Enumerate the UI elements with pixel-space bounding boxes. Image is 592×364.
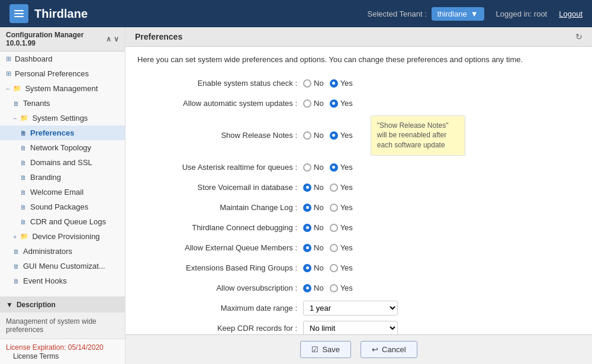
radio-btn-yes-9[interactable] [330,284,338,292]
sidebar-item-welcome-email[interactable]: 🗎 Welcome Email [0,185,125,199]
radio-btn-yes-7[interactable] [330,244,338,252]
refresh-icon[interactable]: ↻ [575,32,583,41]
radio-btn-yes-2[interactable] [330,131,338,140]
radio-btn-yes-8[interactable] [330,264,338,272]
minus-icon: − [13,115,17,122]
sidebar-item-personal-prefs[interactable]: ⊞ Personal Preferences [0,66,125,81]
sidebar-item-dashboard[interactable]: ⊞ Dashboard [0,51,125,66]
sidebar-description-label: Description [17,301,56,309]
radio-yes-6[interactable]: Yes [330,223,353,232]
sidebar-collapse-icons[interactable]: ∧ ∨ [106,35,119,43]
sidebar-item-system-mgmt[interactable]: − 📁 System Management [0,81,125,96]
radio-btn-yes-3[interactable] [330,163,338,172]
sidebar-item-device-provisioning[interactable]: + 📁 Device Provisioning [0,229,125,244]
sidebar-item-domains-ssl[interactable]: 🗎 Domains and SSL [0,155,125,170]
form-row-6: Thirdlane Connect debugging :NoYes [137,220,580,236]
sidebar-description-toggle[interactable]: ▼ Description [0,297,125,313]
radio-btn-yes-4[interactable] [330,183,338,192]
radio-no-8[interactable]: No [303,263,324,272]
select-0[interactable]: 1 year6 months3 months1 month [303,301,398,315]
sidebar-item-label: System Settings [32,114,88,123]
sidebar-item-label: Event Hooks [23,276,67,285]
radio-yes-2[interactable]: Yes [330,131,353,140]
cancel-button[interactable]: ↩ Cancel [361,341,417,358]
radio-no-2[interactable]: No [303,131,324,140]
radio-yes-1[interactable]: Yes [330,99,353,108]
sidebar-item-administrators[interactable]: 🗎 Administrators [0,244,125,259]
radio-btn-no-6[interactable] [303,224,311,232]
form-row-8: Extensions Based Ring Groups :NoYes [137,260,580,276]
collapse-down-icon[interactable]: ∨ [114,35,119,43]
radio-yes-0[interactable]: Yes [330,79,353,88]
grid-icon: ⊞ [6,70,11,78]
radio-no-5[interactable]: No [303,203,324,212]
logged-in-label: Logged in: root [496,9,548,18]
radio-yes-3[interactable]: Yes [330,163,353,172]
radio-yes-9[interactable]: Yes [330,284,353,292]
sidebar-item-sound-packages[interactable]: 🗎 Sound Packages [0,199,125,214]
save-button[interactable]: ☑ Save [300,341,351,358]
license-terms-link[interactable]: License Terms [13,352,59,360]
svg-rect-0 [14,10,24,11]
content-area: Preferences ↻ Here you can set system wi… [126,27,592,364]
form-row-label-6: Thirdlane Connect debugging : [137,223,303,232]
radio-yes-5[interactable]: Yes [330,203,353,212]
sidebar-license-section: License Expiration: 05/14/2020 License T… [0,339,125,364]
form-row-label-7: Allow External Queue Members : [137,243,303,252]
sidebar-item-label: Dashboard [15,54,53,63]
radio-yes-7[interactable]: Yes [330,243,353,252]
sidebar-item-cdr-queue-logs[interactable]: 🗎 CDR and Queue Logs [0,214,125,229]
license-expiration-link[interactable]: License Expiration: 05/14/2020 [6,343,104,352]
radio-btn-yes-1[interactable] [330,99,338,108]
form-row-2: Show Release Notes :NoYes"Show Release N… [137,115,580,156]
form-row-0: Enable system status check :NoYes [137,75,580,92]
radio-btn-no-7[interactable] [303,244,311,252]
sidebar-item-gui-menu[interactable]: 🗎 GUI Menu Customizat... [0,259,125,273]
radio-btn-yes-0[interactable] [330,79,338,88]
radio-btn-yes-6[interactable] [330,224,338,232]
content-header: Preferences ↻ [126,27,592,47]
radio-no-6[interactable]: No [303,223,324,232]
radio-btn-no-5[interactable] [303,204,311,212]
doc-icon: 🗎 [13,248,20,255]
sidebar-item-branding[interactable]: 🗎 Branding [0,170,125,185]
header-tenant-section: Selected Tenant : thirdlane ▼ Logged in:… [368,7,583,21]
sidebar-item-tenants[interactable]: 🗎 Tenants [0,96,125,111]
radio-btn-no-3[interactable] [303,163,311,172]
tooltip-box: "Show Release Notes" will be reenabled a… [371,115,465,156]
sidebar-item-network-topology[interactable]: 🗎 Network Topology [0,140,125,155]
radio-no-0[interactable]: No [303,79,324,88]
collapse-up-icon[interactable]: ∧ [106,35,111,43]
content-body: Here you can set system wide preferences… [126,47,592,334]
sidebar-header: Configuration Manager 10.0.1.99 ∧ ∨ [0,27,125,51]
radio-btn-yes-5[interactable] [330,204,338,212]
radio-btn-no-4[interactable] [303,183,311,192]
form-row-control-8: NoYes [303,263,353,272]
sidebar-item-label: Device Provisioning [32,232,99,241]
radio-no-9[interactable]: No [303,284,324,292]
radio-btn-no-2[interactable] [303,131,311,140]
radio-no-3[interactable]: No [303,163,324,172]
sidebar-item-system-settings[interactable]: − 📁 System Settings [0,111,125,125]
select-1[interactable]: No limit1 year6 months3 months [303,321,398,334]
sidebar-item-label: CDR and Queue Logs [30,217,106,226]
radio-yes-8[interactable]: Yes [330,263,353,272]
radio-btn-no-9[interactable] [303,284,311,292]
page-title: Preferences [135,32,182,41]
sidebar-item-event-hooks[interactable]: 🗎 Event Hooks [0,273,125,288]
radio-no-1[interactable]: No [303,99,324,108]
radio-no-4[interactable]: No [303,183,324,192]
form-row-4: Store Voicemail in database :NoYes [137,179,580,196]
sidebar-item-preferences[interactable]: 🗎 Preferences [0,125,125,140]
radio-btn-no-0[interactable] [303,79,311,88]
tenant-selector[interactable]: thirdlane ▼ [432,7,484,21]
tenant-value: thirdlane [437,9,467,18]
logout-button[interactable]: Logout [559,9,583,18]
sidebar-item-label: Tenants [23,99,50,108]
radio-yes-4[interactable]: Yes [330,183,353,192]
radio-btn-no-1[interactable] [303,99,311,108]
radio-no-7[interactable]: No [303,243,324,252]
select-row-label-1: Keep CDR records for : [137,324,303,333]
form-row-label-5: Maintain Change Log : [137,203,303,212]
radio-btn-no-8[interactable] [303,264,311,272]
